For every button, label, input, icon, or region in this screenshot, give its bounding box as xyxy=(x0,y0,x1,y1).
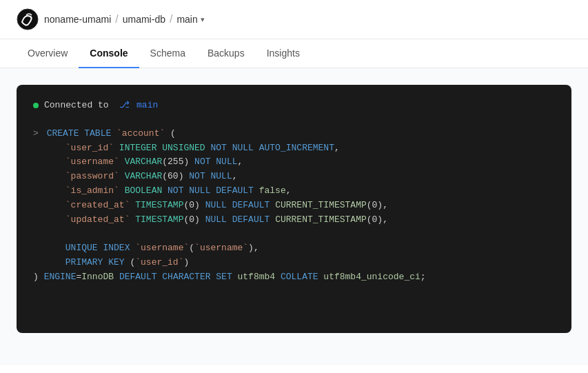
svg-point-0 xyxy=(17,9,38,30)
branch-name-label: main xyxy=(136,100,158,110)
sql-line-1: > CREATE TABLE `account` ( xyxy=(33,127,555,141)
sql-prompt: > xyxy=(33,127,39,141)
sql-line-6: `created_at` TIMESTAMP(0) NULL DEFAULT C… xyxy=(33,199,555,213)
tab-insights[interactable]: Insights xyxy=(256,39,311,68)
sql-line-2: `user_id` INTEGER UNSIGNED NOT NULL AUTO… xyxy=(33,141,555,156)
tab-backups[interactable]: Backups xyxy=(196,39,256,68)
sql-line-7: `updated_at` TIMESTAMP(0) NULL DEFAULT C… xyxy=(33,213,555,228)
sql-line-blank xyxy=(33,227,555,241)
main-content: Connected to ⎇ main > CREATE TABLE `acco… xyxy=(0,68,588,365)
breadcrumb-db[interactable]: umami-db xyxy=(123,14,165,25)
sql-line-5: `is_admin` BOOLEAN NOT NULL DEFAULT fals… xyxy=(33,184,555,199)
status-dot-green xyxy=(33,103,39,108)
sql-line-4: `password` VARCHAR(60) NOT NULL, xyxy=(33,170,555,184)
sql-line-11: ) ENGINE=InnoDB DEFAULT CHARACTER SET ut… xyxy=(33,270,555,285)
breadcrumb-org[interactable]: noname-umami xyxy=(44,14,111,25)
chevron-down-icon: ▾ xyxy=(201,15,205,24)
console-container[interactable]: Connected to ⎇ main > CREATE TABLE `acco… xyxy=(17,85,571,333)
logo-area: noname-umami / umami-db / main ▾ xyxy=(17,8,205,30)
sql-line-3: `username` VARCHAR(255) NOT NULL, xyxy=(33,155,555,170)
sql-block: > CREATE TABLE `account` ( `user_id` INT… xyxy=(33,127,555,285)
connection-status: Connected to ⎇ main xyxy=(33,99,555,113)
nav-tabs: Overview Console Schema Backups Insights xyxy=(0,39,588,68)
breadcrumb-sep-2: / xyxy=(170,13,172,26)
logo-icon xyxy=(17,8,39,30)
branch-db-icon: ⎇ xyxy=(119,100,130,110)
breadcrumb: noname-umami / umami-db / main ▾ xyxy=(44,13,205,26)
tab-overview[interactable]: Overview xyxy=(17,39,79,68)
tab-schema[interactable]: Schema xyxy=(139,39,196,68)
connection-label: Connected to ⎇ main xyxy=(44,99,158,113)
header: noname-umami / umami-db / main ▾ xyxy=(0,0,588,39)
sql-line-10: PRIMARY KEY (`user_id`) xyxy=(33,256,555,270)
tab-console[interactable]: Console xyxy=(79,39,139,68)
breadcrumb-branch[interactable]: main ▾ xyxy=(176,14,204,25)
branch-label: main xyxy=(176,14,197,25)
breadcrumb-sep-1: / xyxy=(115,13,118,26)
sql-line-9: UNIQUE INDEX `username`(`username`), xyxy=(33,241,555,256)
